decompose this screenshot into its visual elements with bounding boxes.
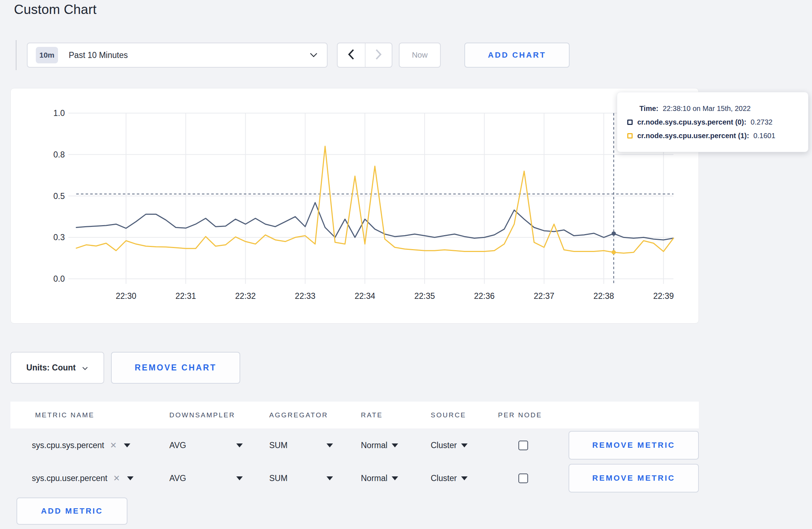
chevron-down-icon bbox=[310, 53, 318, 59]
aggregator-value: SUM bbox=[269, 441, 287, 450]
svg-text:22:33: 22:33 bbox=[295, 291, 316, 301]
dropdown-caret-icon bbox=[392, 476, 398, 480]
tooltip-series-row: cr.node.sys.cpu.user.percent (1): 0.1601 bbox=[627, 132, 799, 140]
chevron-right-icon bbox=[375, 49, 382, 61]
tooltip-time-value: 22:38:10 on Mar 15th, 2022 bbox=[663, 105, 751, 113]
sys-series-swatch-icon bbox=[627, 120, 633, 125]
next-time-button[interactable] bbox=[365, 43, 392, 67]
add-metric-button[interactable]: ADD METRIC bbox=[16, 498, 127, 525]
tooltip-series-value: 0.1601 bbox=[753, 132, 775, 140]
svg-text:22:30: 22:30 bbox=[116, 291, 136, 301]
chevron-down-icon bbox=[82, 363, 88, 373]
metric-name-select[interactable]: sys.cpu.user.percent bbox=[32, 474, 107, 483]
clear-metric-icon[interactable]: ✕ bbox=[113, 474, 120, 483]
svg-text:22:39: 22:39 bbox=[653, 291, 674, 301]
now-button[interactable]: Now bbox=[399, 43, 441, 68]
header-rate: RATE bbox=[361, 411, 431, 419]
chart-card: 0.00.30.50.81.022:3022:3122:3222:3322:34… bbox=[10, 88, 699, 324]
header-per-node: PER NODE bbox=[498, 411, 569, 419]
header-metric-name: METRIC NAME bbox=[35, 411, 169, 419]
rate-value: Normal bbox=[361, 474, 387, 483]
prev-time-button[interactable] bbox=[338, 43, 365, 67]
clear-metric-icon[interactable]: ✕ bbox=[110, 441, 117, 450]
time-range-label: Past 10 Minutes bbox=[69, 50, 128, 60]
svg-text:0.0: 0.0 bbox=[53, 274, 65, 283]
source-value: Cluster bbox=[431, 441, 457, 450]
dropdown-caret-icon bbox=[392, 443, 398, 447]
dropdown-caret-icon bbox=[461, 476, 468, 480]
downsampler-select[interactable]: AVG bbox=[169, 474, 243, 483]
downsampler-value: AVG bbox=[169, 474, 186, 483]
svg-text:22:35: 22:35 bbox=[414, 291, 435, 301]
user-series-swatch-icon bbox=[627, 133, 633, 139]
aggregator-value: SUM bbox=[269, 474, 287, 483]
tooltip-time-label: Time: bbox=[639, 105, 658, 113]
remove-metric-button[interactable]: REMOVE METRIC bbox=[569, 464, 699, 492]
downsampler-value: AVG bbox=[169, 441, 186, 450]
tooltip-series-value: 0.2732 bbox=[751, 118, 773, 126]
dropdown-caret-icon bbox=[327, 476, 333, 480]
aggregator-select[interactable]: SUM bbox=[269, 474, 333, 483]
svg-text:22:31: 22:31 bbox=[175, 291, 196, 301]
tooltip-series-row: cr.node.sys.cpu.sys.percent (0): 0.2732 bbox=[627, 118, 799, 126]
tooltip-series-label: cr.node.sys.cpu.user.percent (1): bbox=[637, 132, 749, 140]
svg-text:22:37: 22:37 bbox=[534, 291, 555, 301]
header-source: SOURCE bbox=[431, 411, 498, 419]
remove-metric-button[interactable]: REMOVE METRIC bbox=[569, 431, 699, 460]
dropdown-caret-icon bbox=[236, 476, 243, 480]
svg-text:0.3: 0.3 bbox=[53, 233, 65, 242]
per-node-checkbox[interactable] bbox=[518, 441, 528, 450]
metric-row: sys.cpu.user.percent ✕ AVG SUM Normal Cl… bbox=[10, 464, 699, 492]
tooltip-time-row: Time: 22:38:10 on Mar 15th, 2022 bbox=[627, 105, 799, 113]
toolbar-divider bbox=[16, 40, 16, 70]
source-select[interactable]: Cluster bbox=[431, 474, 468, 483]
chevron-left-icon bbox=[348, 49, 354, 61]
dropdown-caret-icon bbox=[327, 443, 333, 447]
svg-text:0.8: 0.8 bbox=[53, 150, 65, 159]
per-node-checkbox[interactable] bbox=[518, 474, 528, 483]
rate-value: Normal bbox=[361, 441, 387, 450]
units-dropdown[interactable]: Units: Count bbox=[10, 352, 104, 384]
page-title: Custom Chart bbox=[14, 2, 97, 17]
source-select[interactable]: Cluster bbox=[431, 441, 468, 450]
rate-select[interactable]: Normal bbox=[361, 474, 398, 483]
svg-text:22:34: 22:34 bbox=[354, 291, 375, 301]
chart-hover-tooltip: Time: 22:38:10 on Mar 15th, 2022 cr.node… bbox=[617, 92, 808, 152]
svg-text:1.0: 1.0 bbox=[53, 108, 65, 118]
custom-chart-page: Custom Chart 10m Past 10 Minutes Now ADD… bbox=[0, 0, 812, 529]
remove-chart-button[interactable]: REMOVE CHART bbox=[111, 352, 240, 384]
aggregator-select[interactable]: SUM bbox=[269, 441, 333, 450]
add-chart-button[interactable]: ADD CHART bbox=[464, 43, 570, 68]
header-downsampler: DOWNSAMPLER bbox=[169, 411, 269, 419]
cpu-usage-chart-canvas[interactable]: 0.00.30.50.81.022:3022:3122:3222:3322:34… bbox=[11, 88, 699, 324]
rate-select[interactable]: Normal bbox=[361, 441, 398, 450]
svg-text:0.5: 0.5 bbox=[53, 191, 65, 201]
units-label: Units: Count bbox=[26, 363, 76, 373]
dropdown-caret-icon bbox=[461, 443, 468, 447]
downsampler-select[interactable]: AVG bbox=[169, 441, 243, 450]
metric-row: sys.cpu.sys.percent ✕ AVG SUM Normal Clu… bbox=[10, 431, 699, 460]
metrics-table-header: METRIC NAME DOWNSAMPLER AGGREGATOR RATE … bbox=[10, 402, 699, 428]
time-range-dropdown[interactable]: 10m Past 10 Minutes bbox=[27, 43, 328, 68]
metric-name-select[interactable]: sys.cpu.sys.percent bbox=[32, 441, 104, 450]
dropdown-caret-icon[interactable] bbox=[124, 443, 130, 447]
svg-text:22:32: 22:32 bbox=[235, 291, 256, 301]
time-range-badge: 10m bbox=[36, 47, 58, 63]
time-nav-group bbox=[337, 43, 392, 68]
source-value: Cluster bbox=[431, 474, 457, 483]
header-aggregator: AGGREGATOR bbox=[269, 411, 361, 419]
dropdown-caret-icon bbox=[236, 443, 243, 447]
svg-text:22:36: 22:36 bbox=[474, 291, 495, 301]
dropdown-caret-icon[interactable] bbox=[127, 476, 134, 480]
tooltip-series-label: cr.node.sys.cpu.sys.percent (0): bbox=[637, 118, 746, 126]
svg-text:22:38: 22:38 bbox=[594, 291, 614, 301]
